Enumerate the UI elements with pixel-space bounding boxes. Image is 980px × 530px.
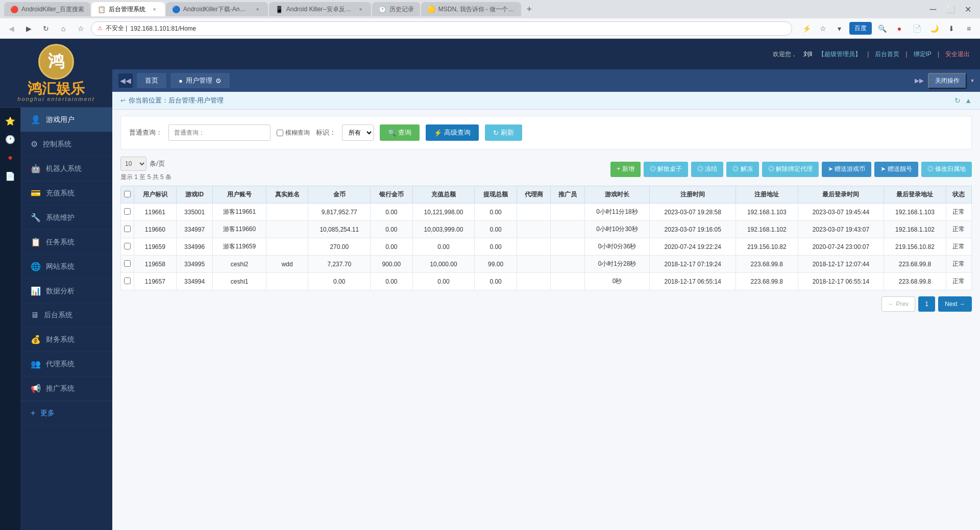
breadcrumb-bar: ↩ 你当前位置：后台管理-用户管理 ↻ ▲ bbox=[112, 92, 980, 110]
pdf-sidebar-icon[interactable]: 📄 bbox=[2, 168, 18, 184]
sidebar-item-add-more[interactable]: + 更多 bbox=[20, 401, 112, 425]
tab-androidkiller-dl[interactable]: 🔵 AndroidKiller下载-AndroidKill... × bbox=[166, 2, 268, 16]
close-button[interactable]: ✕ bbox=[960, 1, 976, 17]
sidebar-item-task[interactable]: 📋 任务系统 bbox=[20, 230, 112, 255]
unlock-button[interactable]: ◎ 解冻 bbox=[726, 162, 758, 177]
tab-history[interactable]: 🕐 历史记录 bbox=[372, 2, 420, 16]
search-input[interactable] bbox=[168, 124, 271, 141]
cell-agent bbox=[517, 256, 550, 273]
data-table: 用户标识 游戏ID 用户账号 真实姓名 金币 银行金币 充值总额 提现总额 代理… bbox=[120, 186, 972, 290]
sidebar-item-data-analysis[interactable]: 📊 数据分析 bbox=[20, 279, 112, 304]
weibo-sidebar-icon[interactable]: ● bbox=[2, 149, 18, 166]
gift-coin-button[interactable]: ➤ 赠送游戏币 bbox=[822, 162, 871, 177]
tab-close-icon[interactable]: × bbox=[151, 5, 159, 13]
sidebar-item-maintenance[interactable]: 🔧 系统维护 bbox=[20, 206, 112, 230]
prev-page-button[interactable]: ← Prev bbox=[881, 296, 915, 312]
tab-msdn[interactable]: 🟡 MSDN, 我告诉你 - 做一个安静... bbox=[421, 2, 521, 16]
restore-button[interactable]: ⬜ bbox=[942, 1, 959, 17]
user-management-tab[interactable]: ● 用户管理 ⚙ bbox=[170, 73, 230, 88]
row-checkbox-cell bbox=[121, 273, 134, 290]
menu-icon[interactable]: ≡ bbox=[962, 21, 976, 36]
sidebar-item-game-users[interactable]: 👤 游戏用户 bbox=[20, 108, 112, 132]
row-checkbox[interactable] bbox=[124, 243, 131, 249]
sidebar-item-website[interactable]: 🌐 网站系统 bbox=[20, 255, 112, 279]
table-header: 用户标识 游戏ID 用户账号 真实姓名 金币 银行金币 充值总额 提现总额 代理… bbox=[121, 186, 972, 204]
cell-withdraw: 0.00 bbox=[475, 238, 517, 256]
add-button[interactable]: + 新增 bbox=[610, 162, 640, 177]
download-icon[interactable]: ⬇ bbox=[944, 21, 959, 36]
sidebar-item-label: 财务系统 bbox=[46, 335, 75, 344]
lightning-icon[interactable]: ⚡ bbox=[799, 21, 814, 36]
weibo-icon[interactable]: ● bbox=[892, 21, 906, 36]
history-sidebar-icon[interactable]: 🕐 bbox=[2, 131, 18, 147]
fuzzy-search-checkbox[interactable]: 模糊查询 bbox=[277, 129, 310, 137]
reload-button[interactable]: ↻ bbox=[39, 21, 53, 36]
fuzzy-checkbox-input[interactable] bbox=[277, 130, 283, 136]
freeze-button[interactable]: ◎ 冻结 bbox=[691, 162, 723, 177]
bookmark-button[interactable]: ☆ bbox=[74, 21, 88, 36]
tab-close-icon[interactable]: × bbox=[357, 5, 365, 13]
advanced-search-button[interactable]: ⚡ 高级查询 bbox=[426, 124, 479, 141]
refresh-icon[interactable]: ↻ bbox=[954, 96, 961, 105]
unbind-button[interactable]: ◎ 解除绑定代理 bbox=[762, 162, 819, 177]
table-controls: 10 20 50 100 条/页 显示 1 至 5 共 5 条 + 新增 bbox=[120, 157, 972, 182]
sidebar-item-promotion[interactable]: 📢 推广系统 bbox=[20, 376, 112, 401]
row-checkbox[interactable] bbox=[124, 277, 131, 284]
back-nav-button[interactable]: ◀◀ bbox=[118, 73, 133, 88]
next-page-button[interactable]: Next → bbox=[938, 296, 972, 312]
backend-home-link[interactable]: 后台首页 bbox=[875, 50, 899, 59]
moon-icon[interactable]: 🌙 bbox=[927, 21, 941, 36]
row-checkbox[interactable] bbox=[124, 225, 131, 232]
new-tab-button[interactable]: + bbox=[522, 2, 536, 16]
sidebar-item-recharge[interactable]: 💳 充值系统 bbox=[20, 181, 112, 206]
expand-icon[interactable]: ▾ bbox=[832, 21, 846, 36]
gift-level-button[interactable]: ➤ 赠送靓号 bbox=[874, 162, 918, 177]
home-button[interactable]: ⌂ bbox=[56, 21, 70, 36]
cell-account: 游客119661 bbox=[213, 204, 266, 221]
tab-androidkiller-tool[interactable]: 📱 Android Killer--安卓反编译工具... × bbox=[269, 2, 371, 16]
scatter-button[interactable]: ◎ 解散桌子 bbox=[644, 162, 688, 177]
select-all-checkbox[interactable] bbox=[124, 191, 131, 197]
cell-register-addr: 192.168.1.102 bbox=[736, 221, 798, 238]
role-link[interactable]: 【超级管理员】 bbox=[818, 50, 861, 59]
logout-link[interactable]: 安全退出 bbox=[945, 50, 970, 59]
cell-user-id: 119659 bbox=[134, 238, 177, 256]
star-icon[interactable]: ☆ bbox=[816, 21, 830, 36]
cell-status: 正常 bbox=[946, 256, 971, 273]
search-icon[interactable]: 🔍 bbox=[875, 21, 889, 36]
baidu-button[interactable]: 百度 bbox=[849, 22, 872, 35]
sidebar-item-robot[interactable]: 🤖 机器人系统 bbox=[20, 157, 112, 181]
page-1-button[interactable]: 1 bbox=[918, 296, 935, 312]
tab-label: AndroidKiller下载-AndroidKill... bbox=[183, 5, 249, 14]
row-checkbox[interactable] bbox=[124, 260, 131, 267]
home-tab-label: 首页 bbox=[145, 76, 158, 85]
per-page-select[interactable]: 10 20 50 100 bbox=[120, 157, 146, 171]
sidebar-item-finance[interactable]: 💰 财务系统 bbox=[20, 327, 112, 352]
refresh-button[interactable]: ↻ 刷新 bbox=[485, 124, 522, 141]
collapse-icon[interactable]: ▲ bbox=[965, 96, 972, 105]
sidebar-item-backend[interactable]: 🖥 后台系统 bbox=[20, 304, 112, 327]
sidebar-item-agent[interactable]: 👥 代理系统 bbox=[20, 352, 112, 376]
address-bar[interactable]: ⚠ 不安全 | 192.168.1.101:81/Home bbox=[91, 21, 792, 36]
forward-button[interactable]: ▶ bbox=[21, 21, 36, 36]
tag-select[interactable]: 所有 正常 冻结 禁用 bbox=[342, 124, 374, 141]
col-game-id: 游戏ID bbox=[176, 186, 213, 204]
cell-last-login-time: 2023-03-07 19:43:07 bbox=[798, 221, 884, 238]
minimize-button[interactable]: ─ bbox=[925, 1, 941, 17]
home-tab[interactable]: 首页 bbox=[137, 73, 166, 88]
backend-icon: 🖥 bbox=[31, 311, 39, 320]
star-sidebar-icon[interactable]: ⭐ bbox=[2, 113, 18, 129]
close-ops-button[interactable]: 关闭操作 bbox=[928, 73, 967, 89]
bind-ip-link[interactable]: 绑定IP bbox=[914, 50, 932, 59]
modify-button[interactable]: ◎ 修改归属地 bbox=[921, 162, 972, 177]
tab-androidkiller-search[interactable]: 🔴 AndroidKiller_百度搜索 bbox=[4, 2, 90, 16]
back-button[interactable]: ◀ bbox=[4, 21, 18, 36]
tab-backend[interactable]: 📋 后台管理系统 × bbox=[91, 2, 165, 16]
row-checkbox[interactable] bbox=[124, 208, 131, 215]
search-button[interactable]: 🔍 查询 bbox=[380, 124, 420, 141]
col-coins: 金币 bbox=[308, 186, 371, 204]
sidebar-item-label: 系统维护 bbox=[46, 213, 75, 222]
pdf-icon[interactable]: 📄 bbox=[910, 21, 924, 36]
sidebar-item-control[interactable]: ⚙ 控制系统 bbox=[20, 132, 112, 157]
tab-close-icon[interactable]: × bbox=[254, 5, 262, 13]
